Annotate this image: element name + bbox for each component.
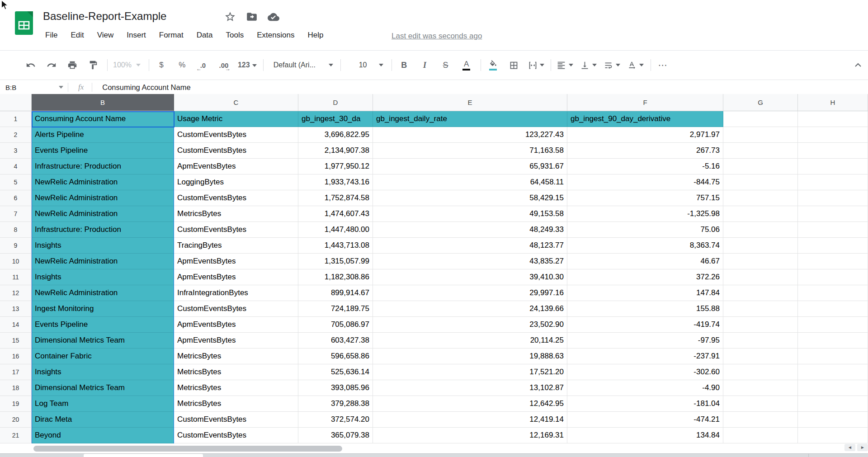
row-header-9[interactable]: 9	[0, 238, 32, 254]
cell-H8[interactable]	[798, 222, 868, 238]
cell-F3[interactable]: 267.73	[567, 143, 723, 159]
bold-button[interactable]: B	[397, 58, 411, 72]
formula-bar-value[interactable]: Consuming Account Name	[102, 83, 190, 92]
cell-C1[interactable]: Usage Metric	[174, 111, 298, 127]
cell-E21[interactable]: 12,169.31	[373, 428, 567, 443]
cell-E10[interactable]: 43,835.27	[373, 254, 567, 269]
row-header-11[interactable]: 11	[0, 269, 32, 285]
cell-B19[interactable]: Log Team	[32, 396, 174, 412]
cell-H10[interactable]	[798, 254, 868, 269]
menu-data[interactable]: Data	[197, 31, 213, 40]
star-icon[interactable]	[224, 11, 236, 23]
cell-G1[interactable]	[723, 111, 798, 127]
cell-H7[interactable]	[798, 206, 868, 222]
cell-H13[interactable]	[798, 301, 868, 317]
cell-G7[interactable]	[723, 206, 798, 222]
column-header-D[interactable]: D	[298, 94, 373, 111]
cell-F18[interactable]: -4.90	[567, 380, 723, 396]
cell-H5[interactable]	[798, 174, 868, 190]
cell-H3[interactable]	[798, 143, 868, 159]
cell-E17[interactable]: 17,521.20	[373, 364, 567, 380]
scroll-left-button[interactable]: ◄	[844, 444, 855, 451]
cell-E20[interactable]: 12,419.14	[373, 412, 567, 428]
cell-D7[interactable]: 1,474,607.43	[298, 206, 373, 222]
cell-H2[interactable]	[798, 127, 868, 143]
cloud-saved-icon[interactable]	[268, 11, 279, 23]
row-header-14[interactable]: 14	[0, 317, 32, 333]
cell-F5[interactable]: -844.75	[567, 174, 723, 190]
cell-G19[interactable]	[723, 396, 798, 412]
menu-extensions[interactable]: Extensions	[257, 31, 294, 40]
cell-B10[interactable]: NewRelic Administration	[32, 254, 174, 269]
undo-button[interactable]	[24, 58, 38, 72]
scroll-right-button[interactable]: ►	[857, 444, 868, 451]
cell-H21[interactable]	[798, 428, 868, 443]
row-header-21[interactable]: 21	[0, 428, 32, 443]
row-header-1[interactable]: 1	[0, 111, 32, 127]
text-wrap-button[interactable]	[604, 61, 620, 70]
cell-E19[interactable]: 12,642.95	[373, 396, 567, 412]
row-header-19[interactable]: 19	[0, 396, 32, 412]
text-rotation-button[interactable]	[627, 61, 644, 70]
cell-H4[interactable]	[798, 159, 868, 174]
cell-C17[interactable]: MetricsBytes	[174, 364, 298, 380]
cell-G13[interactable]	[723, 301, 798, 317]
cell-F2[interactable]: 2,971.97	[567, 127, 723, 143]
cell-D17[interactable]: 525,636.14	[298, 364, 373, 380]
cell-F11[interactable]: 372.26	[567, 269, 723, 285]
cell-H19[interactable]	[798, 396, 868, 412]
cell-B16[interactable]: Container Fabric	[32, 349, 174, 364]
cell-C10[interactable]: ApmEventsBytes	[174, 254, 298, 269]
cell-E2[interactable]: 123,227.43	[373, 127, 567, 143]
cell-F17[interactable]: -302.60	[567, 364, 723, 380]
cell-E5[interactable]: 64,458.11	[373, 174, 567, 190]
document-title[interactable]: Baseline-Report-Example	[43, 10, 166, 23]
cell-D6[interactable]: 1,752,874.58	[298, 190, 373, 206]
row-header-10[interactable]: 10	[0, 254, 32, 269]
cell-F1[interactable]: gb_ingest_90_day_derivative	[567, 111, 723, 127]
cell-H16[interactable]	[798, 349, 868, 364]
borders-button[interactable]	[507, 58, 521, 72]
cell-E13[interactable]: 24,139.66	[373, 301, 567, 317]
cell-B11[interactable]: Insights	[32, 269, 174, 285]
cell-C16[interactable]: MetricsBytes	[174, 349, 298, 364]
italic-button[interactable]: I	[418, 58, 432, 72]
paint-format-button[interactable]	[86, 58, 100, 72]
cell-B21[interactable]: Beyond	[32, 428, 174, 443]
fill-color-button[interactable]	[486, 58, 500, 72]
cell-F19[interactable]: -181.04	[567, 396, 723, 412]
cell-D19[interactable]: 379,288.38	[298, 396, 373, 412]
strikethrough-button[interactable]: S	[439, 58, 453, 72]
cell-C12[interactable]: InfraIntegrationBytes	[174, 285, 298, 301]
cell-C15[interactable]: ApmEventsBytes	[174, 333, 298, 349]
cell-H15[interactable]	[798, 333, 868, 349]
cell-F4[interactable]: -5.16	[567, 159, 723, 174]
zoom-control[interactable]: 100%	[113, 61, 141, 69]
cell-F20[interactable]: -474.21	[567, 412, 723, 428]
cell-G20[interactable]	[723, 412, 798, 428]
cell-D15[interactable]: 603,427.38	[298, 333, 373, 349]
increase-decimal-button[interactable]: .00→	[217, 58, 231, 72]
cell-D5[interactable]: 1,933,743.16	[298, 174, 373, 190]
cell-B18[interactable]: Dimensional Metrics Team	[32, 380, 174, 396]
cell-B13[interactable]: Ingest Monitoring	[32, 301, 174, 317]
cell-B7[interactable]: NewRelic Administration	[32, 206, 174, 222]
row-header-4[interactable]: 4	[0, 159, 32, 174]
cell-E9[interactable]: 48,123.77	[373, 238, 567, 254]
cell-G21[interactable]	[723, 428, 798, 443]
cell-F14[interactable]: -419.74	[567, 317, 723, 333]
last-edit-link[interactable]: Last edit was seconds ago	[392, 32, 482, 41]
column-header-C[interactable]: C	[174, 94, 298, 111]
move-to-folder-icon[interactable]	[246, 11, 258, 23]
row-header-20[interactable]: 20	[0, 412, 32, 428]
number-format-button[interactable]: 123	[238, 61, 257, 69]
horizontal-scrollbar-thumb[interactable]	[33, 446, 342, 452]
format-percent-button[interactable]: %	[175, 58, 189, 72]
cell-F8[interactable]: 75.06	[567, 222, 723, 238]
cell-D14[interactable]: 705,086.97	[298, 317, 373, 333]
cell-F16[interactable]: -237.91	[567, 349, 723, 364]
cell-G9[interactable]	[723, 238, 798, 254]
column-header-E[interactable]: E	[373, 94, 567, 111]
cell-C3[interactable]: CustomEventsBytes	[174, 143, 298, 159]
menu-insert[interactable]: Insert	[127, 31, 146, 40]
